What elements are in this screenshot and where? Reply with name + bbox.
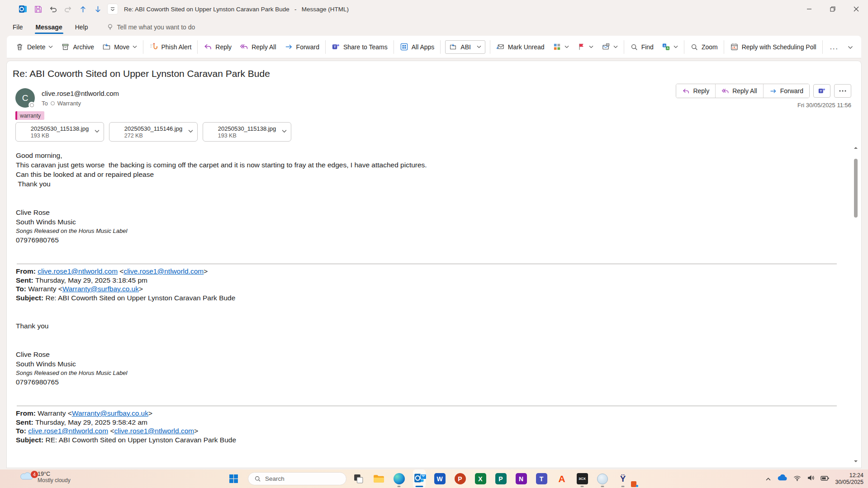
mark-unread-button[interactable]: Mark Unread xyxy=(492,38,549,56)
chevron-down-icon xyxy=(613,45,618,48)
more-actions-button[interactable] xyxy=(834,84,851,98)
categorize-button[interactable] xyxy=(549,38,573,56)
body-text: To: xyxy=(16,285,28,293)
knowbe4-button[interactable]: Ÿ xyxy=(617,469,629,488)
scheduling-poll-label: Reply with Scheduling Poll xyxy=(742,43,816,51)
volume-tray-button[interactable] xyxy=(807,474,815,483)
chevron-down-icon[interactable] xyxy=(282,129,287,133)
share-to-teams-label: Share to Teams xyxy=(343,43,388,51)
speaker-icon xyxy=(807,474,815,481)
tab-help[interactable]: Help xyxy=(69,19,95,35)
share-to-teams-button[interactable]: T Share to Teams xyxy=(327,38,392,56)
redo-button[interactable] xyxy=(63,4,73,14)
chevron-down-icon xyxy=(477,45,481,48)
battery-tray-button[interactable] xyxy=(821,475,829,483)
scrollbar-thumb[interactable] xyxy=(854,159,858,218)
attachment-card[interactable]: 20250530_115138.jpg193 KB xyxy=(203,122,291,142)
email-link[interactable]: clive.rose1@ntlworld.com xyxy=(38,267,118,275)
clock-time: 12:24 xyxy=(835,472,863,479)
word-button[interactable]: W xyxy=(433,469,446,488)
phish-hook-icon xyxy=(149,43,158,51)
email-link[interactable]: clive.rose1@ntlworld.com xyxy=(28,427,108,435)
powerpoint-icon: P xyxy=(455,473,466,484)
share-to-teams-button[interactable]: T xyxy=(813,84,830,98)
taskbar-search[interactable]: Search xyxy=(248,472,346,485)
adobe-button[interactable]: A xyxy=(555,469,568,488)
onedrive-tray-button[interactable] xyxy=(777,474,787,483)
weather-condition: Mostly cloudy xyxy=(38,477,71,483)
round-app-button[interactable] xyxy=(596,469,609,488)
body-text: Thank you xyxy=(16,322,48,330)
scheduling-poll-button[interactable]: Reply with Scheduling Poll xyxy=(726,38,821,56)
threecx-button[interactable]: 3CX xyxy=(576,469,588,488)
all-apps-button[interactable]: All Apps xyxy=(396,38,439,56)
zoom-label: Zoom xyxy=(702,43,718,51)
chevron-down-icon[interactable] xyxy=(95,129,100,133)
find-button[interactable]: Find xyxy=(626,38,658,56)
publisher-button[interactable]: P xyxy=(494,469,507,488)
body-text: South Winds Music xyxy=(16,360,76,368)
forward-button[interactable]: Forward xyxy=(763,84,809,98)
tab-message[interactable]: Message xyxy=(29,19,69,35)
archive-button[interactable]: Archive xyxy=(57,38,98,56)
weather-widget[interactable]: 4 19°C Mostly cloudy xyxy=(20,471,71,483)
customize-qat-button[interactable] xyxy=(108,4,118,14)
collapse-ribbon-button[interactable] xyxy=(844,43,857,51)
quick-step-dropdown[interactable]: ABI xyxy=(445,40,485,54)
email-link[interactable]: clive.rose1@ntlworld.com xyxy=(123,267,204,275)
rules-button[interactable] xyxy=(598,38,622,56)
categorize-icon xyxy=(553,43,561,51)
attachment-card[interactable]: 20250530_115138.jpg193 KB xyxy=(15,122,104,142)
tell-me-box[interactable]: Tell me what you want to do xyxy=(106,23,195,31)
translate-button[interactable]: aA xyxy=(658,38,682,56)
start-button[interactable] xyxy=(229,474,238,485)
body-line: Thank you xyxy=(10,179,843,189)
phish-alert-button[interactable]: Phish Alert xyxy=(145,38,195,56)
forward-button[interactable]: Forward xyxy=(280,38,323,56)
outlook-button[interactable] xyxy=(413,469,426,488)
zoom-button[interactable]: Zoom xyxy=(686,38,722,56)
email-link[interactable]: Warranty@surfbay.co.uk xyxy=(62,285,139,293)
next-item-button[interactable] xyxy=(93,4,103,14)
scroll-up-arrow[interactable] xyxy=(853,145,859,151)
onenote-button[interactable]: N xyxy=(515,469,527,488)
reply-button[interactable]: Reply xyxy=(676,84,715,98)
scrollbar[interactable] xyxy=(853,145,859,464)
category-tag[interactable]: warranty xyxy=(15,111,44,120)
window-controls xyxy=(797,0,868,18)
wifi-tray-button[interactable] xyxy=(793,475,801,483)
reply-button[interactable]: Reply xyxy=(199,38,236,56)
more-commands-button[interactable]: ... xyxy=(825,38,844,56)
move-button[interactable]: Move xyxy=(98,38,141,56)
edge-button[interactable] xyxy=(393,469,405,488)
attachment-card[interactable]: 20250530_115146.jpg272 KB xyxy=(109,122,198,142)
chevron-down-icon[interactable] xyxy=(188,129,193,133)
reply-all-button[interactable]: Reply All xyxy=(715,84,763,98)
tray-expand-button[interactable] xyxy=(765,475,771,483)
recipient-name[interactable]: Warranty xyxy=(57,100,81,107)
teams-button[interactable]: T xyxy=(535,469,548,488)
body-text: Songs Released on the Horus Music Label xyxy=(16,370,127,376)
task-view-button[interactable] xyxy=(352,469,365,488)
minimize-button[interactable] xyxy=(797,0,821,18)
follow-up-button[interactable] xyxy=(573,38,598,56)
body-text: > xyxy=(148,409,152,417)
sender-address[interactable]: clive.rose1@ntlworld.com xyxy=(42,90,119,97)
excel-button[interactable]: X xyxy=(474,469,487,488)
restore-button[interactable] xyxy=(821,0,844,18)
reply-all-button[interactable]: Reply All xyxy=(236,38,280,56)
clock-date: 30/05/2025 xyxy=(835,479,863,486)
delete-button[interactable]: Delete xyxy=(11,38,57,56)
tab-file[interactable]: File xyxy=(6,19,29,35)
save-button[interactable] xyxy=(33,4,43,14)
email-link[interactable]: Warranty@surfbay.co.uk xyxy=(72,409,148,417)
email-link[interactable]: clive.rose1@ntlworld.com xyxy=(114,427,194,435)
ribbon-divider xyxy=(684,40,684,54)
previous-item-button[interactable] xyxy=(78,4,88,14)
powerpoint-button[interactable]: P xyxy=(454,469,466,488)
scroll-down-arrow[interactable] xyxy=(853,459,859,464)
undo-button[interactable] xyxy=(48,4,58,14)
file-explorer-button[interactable] xyxy=(372,469,385,488)
taskbar-clock[interactable]: 12:24 30/05/2025 xyxy=(835,472,863,486)
close-button[interactable] xyxy=(844,0,868,18)
